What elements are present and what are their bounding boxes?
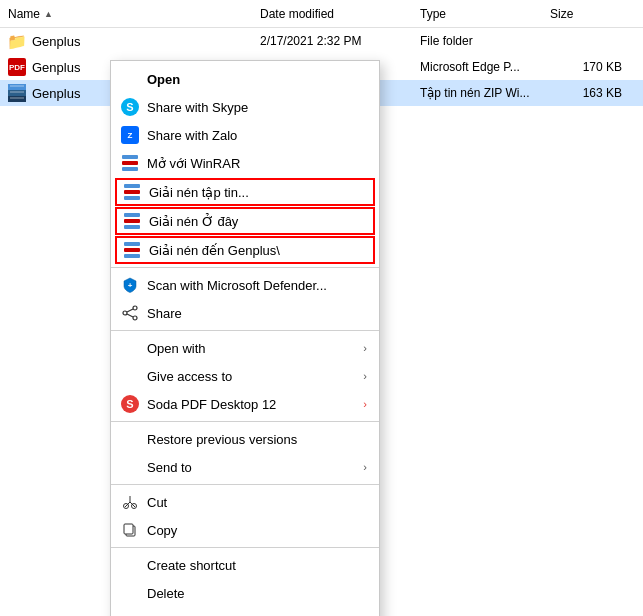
- svg-line-26: [125, 502, 130, 507]
- col-header-size[interactable]: Size: [550, 7, 630, 21]
- cm-restore[interactable]: Restore previous versions: [111, 425, 379, 453]
- separator: [111, 547, 379, 548]
- cm-extract-here[interactable]: Giải nén Ở đây: [115, 207, 375, 235]
- cm-share-skype[interactable]: S Share with Skype: [111, 93, 379, 121]
- svg-rect-6: [122, 155, 138, 159]
- copy-icon: [121, 521, 139, 539]
- cm-rename[interactable]: Rename: [111, 607, 379, 616]
- col-header-date[interactable]: Date modified: [260, 7, 420, 21]
- cm-open-winrar[interactable]: Mở với WinRAR: [111, 149, 379, 177]
- svg-rect-9: [124, 184, 140, 188]
- soda-pdf-icon: S: [121, 395, 139, 413]
- cm-scan-defender[interactable]: + Scan with Microsoft Defender...: [111, 271, 379, 299]
- col-header-type[interactable]: Type: [420, 7, 550, 21]
- svg-rect-11: [124, 196, 140, 200]
- svg-rect-8: [122, 167, 138, 171]
- cut-icon: [121, 493, 139, 511]
- cm-delete[interactable]: Delete: [111, 579, 379, 607]
- arrow-right-icon: ›: [363, 461, 367, 473]
- svg-rect-5: [10, 97, 24, 99]
- arrow-right-icon: ›: [363, 342, 367, 354]
- extract-file-icon: [123, 183, 141, 201]
- svg-rect-16: [124, 248, 140, 252]
- svg-rect-30: [124, 524, 133, 534]
- svg-line-23: [127, 314, 133, 317]
- skype-icon: S: [121, 98, 139, 116]
- cm-give-access[interactable]: Give access to ›: [111, 362, 379, 390]
- file-explorer: Name ▲ Date modified Type Size 📁 Genplus…: [0, 0, 643, 616]
- svg-line-22: [127, 309, 133, 312]
- svg-rect-4: [10, 91, 24, 93]
- file-name-cell: 📁 Genplus: [0, 32, 260, 50]
- cm-soda-pdf[interactable]: S Soda PDF Desktop 12 ›: [111, 390, 379, 418]
- svg-rect-3: [10, 85, 24, 87]
- cm-share[interactable]: Share: [111, 299, 379, 327]
- context-menu: Open S Share with Skype Z Share with Zal…: [110, 60, 380, 616]
- cm-cut[interactable]: Cut: [111, 488, 379, 516]
- svg-point-21: [123, 311, 127, 315]
- pdf-icon: PDF: [8, 58, 26, 76]
- cm-open-with[interactable]: Open with ›: [111, 334, 379, 362]
- defender-icon: +: [121, 276, 139, 294]
- svg-text:+: +: [128, 281, 133, 290]
- cm-extract-file[interactable]: Giải nén tập tin...: [115, 178, 375, 206]
- zip-icon: [8, 84, 26, 102]
- rename-icon: [121, 612, 139, 616]
- svg-rect-10: [124, 190, 140, 194]
- table-row[interactable]: 📁 Genplus 2/17/2021 2:32 PM File folder: [0, 28, 643, 54]
- separator: [111, 484, 379, 485]
- svg-line-27: [130, 502, 135, 507]
- svg-rect-13: [124, 219, 140, 223]
- folder-icon: 📁: [8, 32, 26, 50]
- svg-point-19: [133, 306, 137, 310]
- share-icon: [121, 304, 139, 322]
- svg-rect-12: [124, 213, 140, 217]
- open-icon: [121, 70, 139, 88]
- give-access-icon: [121, 367, 139, 385]
- separator: [111, 267, 379, 268]
- sort-arrow-icon: ▲: [44, 9, 53, 19]
- restore-icon: [121, 430, 139, 448]
- delete-icon: [121, 584, 139, 602]
- open-with-icon: [121, 339, 139, 357]
- extract-here-icon: [123, 212, 141, 230]
- svg-point-20: [133, 316, 137, 320]
- cm-send-to[interactable]: Send to ›: [111, 453, 379, 481]
- svg-rect-14: [124, 225, 140, 229]
- cm-extract-to[interactable]: Giải nén đến Genplus\: [115, 236, 375, 264]
- column-headers: Name ▲ Date modified Type Size: [0, 0, 643, 28]
- svg-rect-7: [122, 161, 138, 165]
- svg-rect-15: [124, 242, 140, 246]
- winrar-icon: [121, 154, 139, 172]
- separator: [111, 330, 379, 331]
- svg-rect-17: [124, 254, 140, 258]
- send-to-icon: [121, 458, 139, 476]
- separator: [111, 421, 379, 422]
- zalo-icon: Z: [121, 126, 139, 144]
- arrow-right-icon: ›: [363, 370, 367, 382]
- cm-share-zalo[interactable]: Z Share with Zalo: [111, 121, 379, 149]
- col-header-name[interactable]: Name ▲: [0, 7, 260, 21]
- cm-copy[interactable]: Copy: [111, 516, 379, 544]
- extract-to-icon: [123, 241, 141, 259]
- cm-open[interactable]: Open: [111, 65, 379, 93]
- shortcut-icon: [121, 556, 139, 574]
- arrow-right-red-icon: ›: [363, 398, 367, 410]
- cm-create-shortcut[interactable]: Create shortcut: [111, 551, 379, 579]
